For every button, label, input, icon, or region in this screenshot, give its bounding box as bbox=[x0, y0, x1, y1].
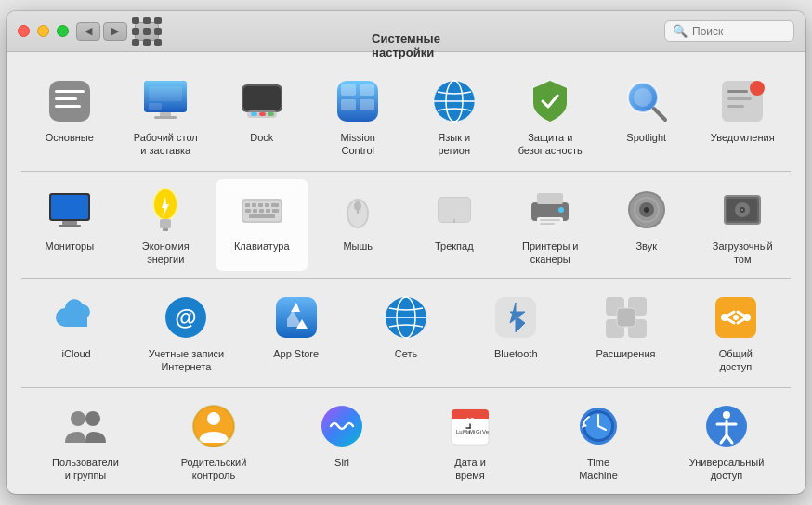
svg-rect-41 bbox=[163, 228, 168, 231]
minimize-button[interactable] bbox=[37, 25, 49, 37]
titlebar: ◀ ▶ Системные настройки 🔍 bbox=[7, 11, 805, 52]
svg-rect-18 bbox=[360, 84, 374, 96]
security-label: Защита ибезопасность bbox=[518, 131, 583, 158]
datetime-label: Дата ивремя bbox=[454, 456, 486, 483]
icon-item-desktop[interactable]: Рабочий столи заставка bbox=[119, 71, 212, 163]
svg-text:Ve: Ve bbox=[482, 429, 490, 434]
icon-item-timemachine[interactable]: TimeMachine bbox=[552, 395, 645, 488]
users-icon bbox=[60, 401, 111, 451]
svg-point-30 bbox=[750, 81, 765, 96]
mouse-label: Мышь bbox=[343, 240, 373, 252]
svg-rect-46 bbox=[252, 203, 256, 207]
close-button[interactable] bbox=[18, 25, 30, 37]
search-icon: 🔍 bbox=[673, 24, 688, 38]
section-row2: Мониторы Экономияэнергии bbox=[21, 179, 791, 272]
grid-view-button[interactable] bbox=[135, 22, 159, 41]
icon-item-datetime[interactable]: 18 Lu Ma Mi Gi Ve Дата ивремя bbox=[424, 395, 517, 488]
content-area: Основные bbox=[7, 52, 805, 494]
spotlight-icon bbox=[622, 76, 672, 126]
users-label: Пользователии группы bbox=[52, 456, 119, 483]
svg-rect-20 bbox=[360, 99, 374, 110]
icon-item-mission[interactable]: MissionControl bbox=[311, 71, 404, 163]
icon-item-icloud[interactable]: iCloud bbox=[30, 287, 123, 380]
divider-1 bbox=[21, 171, 791, 172]
svg-rect-1 bbox=[55, 90, 85, 93]
siri-label: Siri bbox=[334, 456, 349, 469]
datetime-icon: 18 Lu Ma Mi Gi Ve bbox=[445, 401, 495, 451]
svg-text:Lu: Lu bbox=[456, 429, 463, 434]
icon-item-mouse[interactable]: Мышь bbox=[311, 179, 404, 272]
svg-rect-54 bbox=[272, 209, 279, 213]
security-icon bbox=[525, 76, 575, 126]
search-input[interactable] bbox=[692, 25, 785, 38]
svg-rect-36 bbox=[62, 221, 77, 225]
bluetooth-icon bbox=[491, 292, 541, 343]
timemachine-icon bbox=[573, 401, 623, 451]
dock-icon bbox=[237, 76, 287, 126]
icon-item-network[interactable]: Сеть bbox=[360, 287, 452, 380]
svg-rect-6 bbox=[149, 103, 162, 110]
mission-label: MissionControl bbox=[341, 131, 375, 158]
row2-grid: Мониторы Экономияэнергии bbox=[21, 179, 791, 272]
trackpad-icon bbox=[429, 185, 479, 235]
icon-item-monitors[interactable]: Мониторы bbox=[23, 179, 116, 272]
row3-grid: iCloud @ Учетные записиИнтернета bbox=[21, 287, 791, 380]
notifications-icon bbox=[717, 76, 767, 126]
icon-item-startup[interactable]: Загрузочныйтом bbox=[696, 179, 789, 272]
icon-item-sound[interactable]: Звук bbox=[600, 179, 693, 272]
search-box[interactable]: 🔍 bbox=[664, 20, 794, 42]
general-icon bbox=[45, 76, 95, 126]
svg-point-96 bbox=[71, 411, 85, 426]
svg-rect-0 bbox=[49, 81, 90, 122]
svg-point-68 bbox=[558, 207, 564, 213]
language-icon bbox=[429, 76, 479, 126]
svg-text:@: @ bbox=[176, 304, 197, 330]
desktop-label: Рабочий столи заставка bbox=[134, 131, 198, 158]
desktop-icon bbox=[140, 76, 190, 126]
icon-item-general[interactable]: Основные bbox=[23, 71, 116, 163]
svg-rect-48 bbox=[265, 203, 269, 207]
back-button[interactable]: ◀ bbox=[76, 22, 100, 41]
monitors-label: Мониторы bbox=[45, 240, 94, 252]
icon-item-appstore[interactable]: App Store bbox=[250, 287, 343, 380]
icon-item-dock[interactable]: Dock bbox=[216, 71, 308, 163]
sound-icon bbox=[622, 185, 672, 235]
icon-item-parental[interactable]: Родительскийконтроль bbox=[167, 395, 260, 488]
row4-grid: Пользователии группы Родительскийконтрол… bbox=[21, 395, 791, 488]
icon-item-language[interactable]: Язык ирегион bbox=[408, 71, 501, 163]
icon-item-extensions[interactable]: Расширения bbox=[580, 287, 673, 380]
svg-rect-13 bbox=[251, 112, 257, 116]
general-label: Основные bbox=[46, 131, 94, 144]
icon-item-keyboard[interactable]: Клавиатура bbox=[216, 179, 308, 272]
system-preferences-window: ◀ ▶ Системные настройки 🔍 bbox=[7, 11, 805, 494]
svg-rect-35 bbox=[51, 195, 88, 219]
icon-item-security[interactable]: Защита ибезопасность bbox=[504, 71, 596, 163]
extensions-icon bbox=[601, 292, 651, 343]
energy-icon bbox=[140, 185, 190, 235]
mission-icon bbox=[333, 76, 383, 126]
icon-item-printers[interactable]: Принтеры исканеры bbox=[504, 179, 596, 272]
svg-rect-33 bbox=[727, 105, 744, 108]
icon-item-sharing[interactable]: Общийдоступ bbox=[689, 287, 782, 380]
icon-item-accessibility[interactable]: Универсальныйдоступ bbox=[680, 395, 773, 488]
traffic-lights bbox=[18, 25, 69, 37]
icon-item-notifications[interactable]: Уведомления bbox=[696, 71, 789, 163]
icon-item-siri[interactable]: Siri bbox=[295, 395, 388, 488]
icon-item-bluetooth[interactable]: Bluetooth bbox=[469, 287, 562, 380]
icon-item-users[interactable]: Пользователии группы bbox=[39, 395, 132, 488]
forward-button[interactable]: ▶ bbox=[103, 22, 127, 41]
row1-grid: Основные bbox=[21, 71, 791, 163]
icon-item-energy[interactable]: Экономияэнергии bbox=[119, 179, 212, 272]
icon-item-spotlight[interactable]: Spotlight bbox=[600, 71, 693, 163]
maximize-button[interactable] bbox=[57, 25, 69, 37]
icon-item-trackpad[interactable]: Трекпад bbox=[408, 179, 501, 272]
appstore-label: App Store bbox=[273, 347, 319, 360]
network-icon bbox=[381, 292, 431, 343]
sharing-icon bbox=[711, 292, 761, 343]
icon-item-accounts[interactable]: @ Учетные записиИнтернета bbox=[139, 287, 232, 380]
appstore-icon bbox=[271, 292, 321, 343]
svg-point-99 bbox=[207, 412, 220, 425]
notifications-label: Уведомления bbox=[711, 131, 775, 144]
printers-label: Принтеры исканеры bbox=[522, 240, 579, 266]
svg-point-27 bbox=[634, 88, 652, 107]
